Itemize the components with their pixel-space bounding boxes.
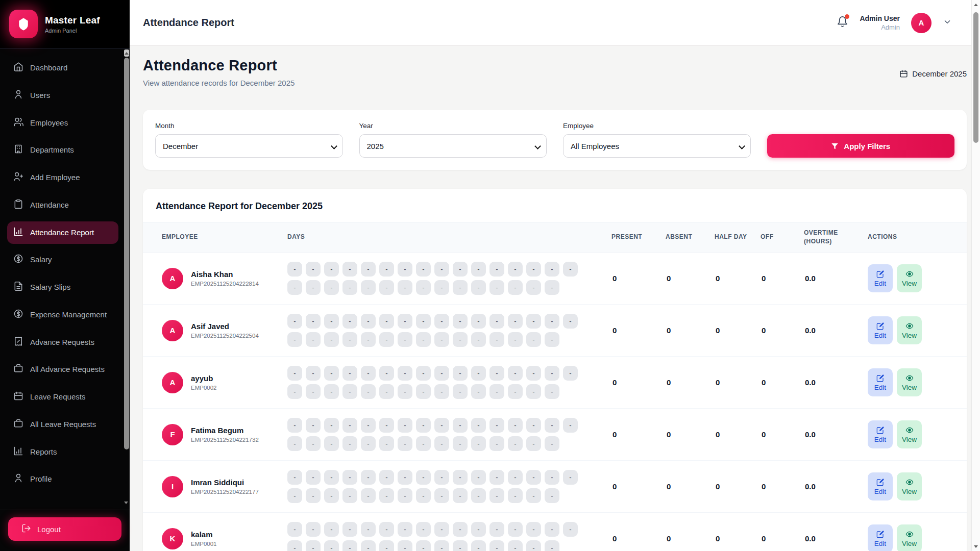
employee-cell: I Imran Siddiqui EMP20251125204222177 (143, 476, 287, 497)
day-cell: - (489, 470, 504, 485)
edit-button[interactable]: Edit (868, 524, 893, 551)
absent-count: 0 (655, 482, 704, 491)
page-scrollbar-thumb[interactable] (973, 12, 978, 143)
edit-button[interactable]: Edit (868, 420, 893, 448)
day-cell: - (416, 436, 431, 451)
day-cell: - (306, 332, 321, 347)
brand-title: Master Leaf (45, 15, 100, 26)
sidebar-item-attendance[interactable]: Attendance (7, 194, 118, 217)
employee-select[interactable]: All Employees (563, 134, 751, 158)
edit-button[interactable]: Edit (868, 316, 893, 344)
off-count: 0 (750, 482, 794, 491)
arrow-up-icon (125, 52, 129, 55)
day-cell: - (489, 262, 504, 277)
sidebar-item-all-advance-requests[interactable]: All Advance Requests (7, 358, 118, 381)
edit-button[interactable]: Edit (868, 264, 893, 292)
off-count: 0 (750, 326, 794, 335)
sidebar-item-employees[interactable]: Employees (7, 112, 118, 135)
edit-label: Edit (874, 332, 886, 339)
sidebar-scrollbar-down-button[interactable] (124, 502, 128, 504)
sidebar-item-users[interactable]: Users (7, 84, 118, 107)
day-cell: - (306, 470, 321, 485)
view-button[interactable]: View (897, 264, 922, 292)
date-badge: December 2025 (899, 69, 967, 78)
logout-button[interactable]: Logout (8, 517, 121, 541)
sidebar-item-salary-slips[interactable]: Salary Slips (7, 276, 118, 299)
day-cell: - (416, 332, 431, 347)
absent-count: 0 (655, 326, 704, 335)
view-eye-icon (905, 426, 914, 434)
day-cell: - (379, 540, 394, 551)
day-cell: - (416, 366, 431, 381)
day-cell: - (398, 314, 412, 329)
employee-cell: K kalam EMP0001 (143, 528, 287, 549)
scroll-down-button[interactable] (974, 545, 978, 548)
employee-identity: Asif Javed EMP20251125204222504 (191, 322, 259, 339)
present-count: 0 (601, 378, 655, 387)
month-select[interactable]: December (155, 134, 343, 158)
day-cell: - (398, 418, 412, 433)
sidebar-item-profile[interactable]: Profile (7, 468, 118, 491)
sidebar-item-label: Add Employee (30, 173, 80, 183)
day-cell: - (489, 522, 504, 537)
sidebar-item-dashboard[interactable]: Dashboard (7, 57, 118, 80)
user-menu-button[interactable] (943, 17, 952, 29)
sidebar-item-leave-requests[interactable]: Leave Requests (7, 386, 118, 409)
edit-button[interactable]: Edit (868, 472, 893, 500)
day-cell: - (489, 384, 504, 399)
page-subtitle: View attendance records for December 202… (143, 79, 295, 87)
day-cell: - (489, 332, 504, 347)
year-select[interactable]: 2025 (359, 134, 547, 158)
day-cell: - (526, 488, 541, 503)
employee-identity: Aisha Khan EMP20251125204222814 (191, 270, 259, 287)
employee-identity: ayyub EMP0002 (191, 374, 217, 391)
day-cell: - (324, 488, 339, 503)
day-cell: - (306, 262, 321, 277)
sidebar-item-add-employee[interactable]: Add Employee (7, 166, 118, 189)
day-cell: - (342, 384, 357, 399)
sidebar-scrollbar-up-button[interactable] (124, 49, 129, 57)
day-cell: - (361, 488, 376, 503)
day-cell: - (508, 332, 523, 347)
file-text-icon (13, 281, 23, 294)
employee-name: kalam (191, 530, 217, 539)
day-cell: - (398, 470, 412, 485)
clipboard-icon (13, 199, 23, 212)
day-cell: - (398, 332, 412, 347)
view-button[interactable]: View (897, 524, 922, 551)
day-cell: - (453, 470, 468, 485)
present-count: 0 (601, 430, 655, 439)
day-cell: - (287, 280, 302, 295)
day-cell: - (471, 470, 486, 485)
view-button[interactable]: View (897, 472, 922, 500)
notifications-button[interactable] (837, 16, 848, 30)
day-cell: - (508, 470, 523, 485)
sidebar-item-all-leave-requests[interactable]: All Leave Requests (7, 413, 118, 436)
day-cell: - (361, 384, 376, 399)
view-button[interactable]: View (897, 420, 922, 448)
view-button[interactable]: View (897, 316, 922, 344)
day-cell: - (489, 436, 504, 451)
column-header-overtime: Overtime (Hours) (794, 223, 868, 252)
user-info: Admin User Admin (860, 14, 900, 31)
sidebar-item-attendance-report[interactable]: Attendance Report (7, 221, 118, 244)
notification-dot-badge (845, 14, 849, 19)
sidebar-item-expense-management[interactable]: Expense Management (7, 304, 118, 327)
day-cell: - (453, 488, 468, 503)
sidebar-item-advance-requests[interactable]: Advance Requests (7, 331, 118, 354)
view-button[interactable]: View (897, 368, 922, 396)
actions-cell: Edit View (868, 420, 967, 448)
user-avatar[interactable]: A (911, 13, 932, 33)
sidebar-item-label: Leave Requests (30, 392, 85, 402)
sidebar-scrollbar-thumb[interactable] (124, 58, 129, 449)
month-select-wrap: December (155, 134, 343, 158)
edit-button[interactable]: Edit (868, 368, 893, 396)
apply-filters-button[interactable]: Apply Filters (767, 134, 955, 158)
sidebar-item-departments[interactable]: Departments (7, 139, 118, 162)
day-cell: - (563, 522, 578, 537)
sidebar-item-reports[interactable]: Reports (7, 441, 118, 464)
sidebar-item-salary[interactable]: Salary (7, 248, 118, 271)
days-row-2: --------------- (287, 540, 601, 551)
scroll-up-icon[interactable] (974, 4, 978, 6)
actions-cell: Edit View (868, 368, 967, 396)
